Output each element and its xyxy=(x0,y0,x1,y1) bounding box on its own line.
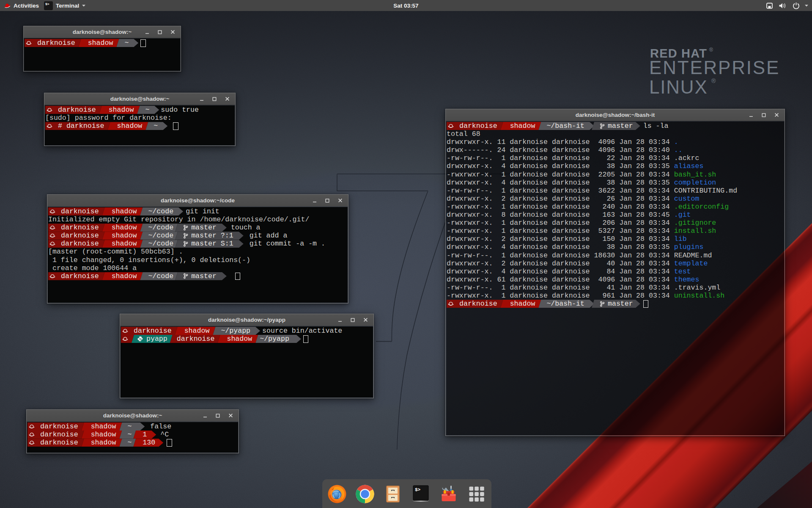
svg-text:LINUX: LINUX xyxy=(649,77,708,97)
svg-text:ENTERPRISE: ENTERPRISE xyxy=(649,57,780,78)
svg-text:®: ® xyxy=(711,77,716,84)
svg-text:®: ® xyxy=(709,47,713,53)
svg-text:$>: $> xyxy=(415,487,421,492)
